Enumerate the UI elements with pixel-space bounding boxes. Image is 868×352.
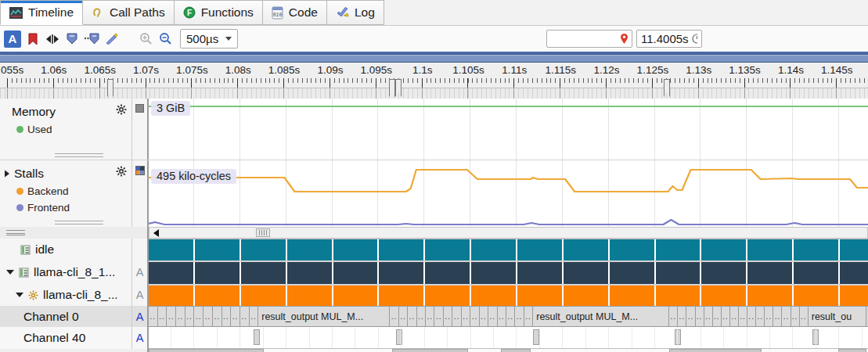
channel0-event-cell[interactable]: .. xyxy=(480,307,488,326)
expand-triangle-icon[interactable] xyxy=(6,270,14,275)
channel0-event-cell[interactable]: .. xyxy=(213,307,222,326)
memory-panel-header[interactable]: Memory Used xyxy=(0,99,149,160)
memory-panel-resize-handle[interactable] xyxy=(55,153,103,157)
channel0-event-cell[interactable]: .. xyxy=(250,307,259,326)
channel0-event-cell[interactable]: .. xyxy=(470,307,479,326)
tab-log[interactable]: Log xyxy=(327,0,384,25)
gridline xyxy=(792,286,794,306)
channel0-event-cell[interactable]: .. xyxy=(444,307,452,326)
channel0-event-cell[interactable]: .. xyxy=(722,307,730,326)
channel0-event-cell[interactable]: .. xyxy=(434,307,443,326)
thread-row-header[interactable]: llama-cli_8_... A xyxy=(0,284,149,306)
channel0-event-cell[interactable]: .. xyxy=(390,307,398,326)
channel0-event-cell[interactable]: .. xyxy=(696,307,704,326)
process-row-header[interactable]: llama-cli_8_1... A xyxy=(0,260,149,284)
channel0-event-cell[interactable]: result_output MUL_M... xyxy=(258,307,390,326)
marker-range-start-icon[interactable] xyxy=(64,31,80,47)
channel40-event-track[interactable] xyxy=(149,327,868,349)
channel0-event-cell[interactable]: .. xyxy=(462,307,470,326)
channel0-event-cell[interactable]: .. xyxy=(399,307,408,326)
channel0-event-track[interactable]: ........................result_output MU… xyxy=(149,306,868,327)
memory-chart-type-icon[interactable] xyxy=(131,99,147,160)
channel0-event-cell[interactable]: .. xyxy=(231,307,240,326)
channel0-event-cell[interactable]: .. xyxy=(756,307,765,326)
marker-range-end-icon[interactable] xyxy=(84,31,99,47)
annotation-badge[interactable]: A xyxy=(131,284,147,306)
channel40-event-tick[interactable] xyxy=(533,329,539,345)
collapse-to-center-icon[interactable] xyxy=(45,31,60,47)
channel0-event-cell[interactable]: .. xyxy=(800,307,809,326)
channel0-event-cell[interactable]: .. xyxy=(506,307,515,326)
idle-row-header[interactable]: idle xyxy=(0,239,149,260)
memory-chart[interactable]: 3 GiB xyxy=(149,99,868,160)
thread-activity-band[interactable] xyxy=(149,284,868,306)
memory-settings-gear-icon[interactable] xyxy=(116,104,127,118)
channel0-event-cell[interactable]: .. xyxy=(791,307,800,326)
channel0-event-cell[interactable]: result_output MUL_M... xyxy=(533,307,669,326)
horizontal-scrollbar[interactable] xyxy=(149,227,868,239)
idle-activity-band[interactable] xyxy=(149,239,868,260)
tab-code[interactable]: 010 Code xyxy=(263,0,327,25)
channel0-event-cell[interactable]: .. xyxy=(739,307,747,326)
annotation-badge[interactable]: A xyxy=(131,260,147,284)
time-range-scrollbar[interactable] xyxy=(0,54,868,63)
scroll-left-button[interactable] xyxy=(151,228,161,237)
current-time-field[interactable]: 11.4005s xyxy=(636,30,702,48)
process-activity-band[interactable] xyxy=(149,260,868,284)
scrollbar-thumb[interactable] xyxy=(256,228,270,237)
channel0-event-cell[interactable]: .. xyxy=(194,307,203,326)
bookmark-icon[interactable] xyxy=(25,31,41,47)
expand-triangle-icon[interactable] xyxy=(16,293,23,297)
annotation-mode-button[interactable]: A xyxy=(4,31,21,48)
time-scale-dropdown[interactable]: 500µs xyxy=(180,29,238,48)
collapse-arrow-icon[interactable] xyxy=(4,170,10,178)
channel0-event-cell[interactable]: .. xyxy=(765,307,773,326)
tab-call-paths[interactable]: Call Paths xyxy=(83,0,175,25)
channel0-row-header[interactable]: Channel 0 A xyxy=(0,306,149,327)
gridline xyxy=(423,239,425,260)
time-ruler[interactable]: 1.055s1.06s1.065s1.07s1.075s1.08s1.085s1… xyxy=(0,63,868,99)
channel0-event-cell[interactable]: .. xyxy=(452,307,461,326)
channel0-event-cell[interactable]: .. xyxy=(773,307,782,326)
tab-functions[interactable]: F Functions xyxy=(175,0,263,25)
channel0-event-cell[interactable]: .. xyxy=(417,307,426,326)
annotation-badge[interactable]: A xyxy=(131,306,147,327)
channel0-event-cell[interactable]: .. xyxy=(408,307,416,326)
channel0-event-cell[interactable]: result_ou xyxy=(809,307,866,326)
channel0-event-cell[interactable]: .. xyxy=(782,307,791,326)
zoom-in-icon[interactable] xyxy=(138,31,153,47)
channel0-event-cell[interactable]: .. xyxy=(176,307,185,326)
stalls-chart-type-icon[interactable] xyxy=(131,160,147,227)
channel0-event-cell[interactable]: .. xyxy=(515,307,524,326)
stalls-panel-resize-handle[interactable] xyxy=(55,221,103,224)
annotation-badge[interactable]: A xyxy=(131,327,147,349)
channel0-event-cell[interactable]: .. xyxy=(747,307,756,326)
channel0-event-cell[interactable]: .. xyxy=(426,307,434,326)
channel0-event-cell[interactable]: .. xyxy=(488,307,497,326)
channel0-event-cell[interactable]: .. xyxy=(524,307,533,326)
edit-annotation-icon[interactable] xyxy=(103,31,119,47)
channel40-event-tick[interactable] xyxy=(254,329,260,345)
goto-marker-input[interactable] xyxy=(546,30,632,48)
channel0-event-cell[interactable]: .. xyxy=(686,307,695,326)
channel0-event-cell[interactable]: .. xyxy=(222,307,232,326)
tab-timeline[interactable]: Timeline xyxy=(0,0,83,25)
stalls-panel-header[interactable]: Stalls Backend Frontend xyxy=(0,160,149,227)
channel0-event-cell[interactable]: .. xyxy=(678,307,686,326)
channel0-event-cell[interactable]: .. xyxy=(158,307,167,326)
channel0-event-cell[interactable]: .. xyxy=(203,307,213,326)
channel0-event-cell[interactable]: .. xyxy=(704,307,713,326)
channel0-event-cell[interactable]: .. xyxy=(185,307,195,326)
channel0-event-cell[interactable]: .. xyxy=(730,307,739,326)
channel40-row-header[interactable]: Channel 40 A xyxy=(0,327,149,349)
panel-splitter[interactable] xyxy=(0,227,149,239)
channel0-event-cell[interactable]: .. xyxy=(498,307,506,326)
zoom-out-icon[interactable] xyxy=(157,31,173,47)
channel0-event-cell[interactable]: .. xyxy=(149,307,158,326)
channel0-event-cell[interactable]: .. xyxy=(669,307,678,326)
stalls-settings-gear-icon[interactable] xyxy=(116,166,127,180)
stalls-chart[interactable]: 495 kilo-cycles xyxy=(149,160,868,227)
channel0-event-cell[interactable]: .. xyxy=(240,307,250,326)
channel0-event-cell[interactable]: .. xyxy=(167,307,176,326)
channel0-event-cell[interactable]: .. xyxy=(713,307,722,326)
